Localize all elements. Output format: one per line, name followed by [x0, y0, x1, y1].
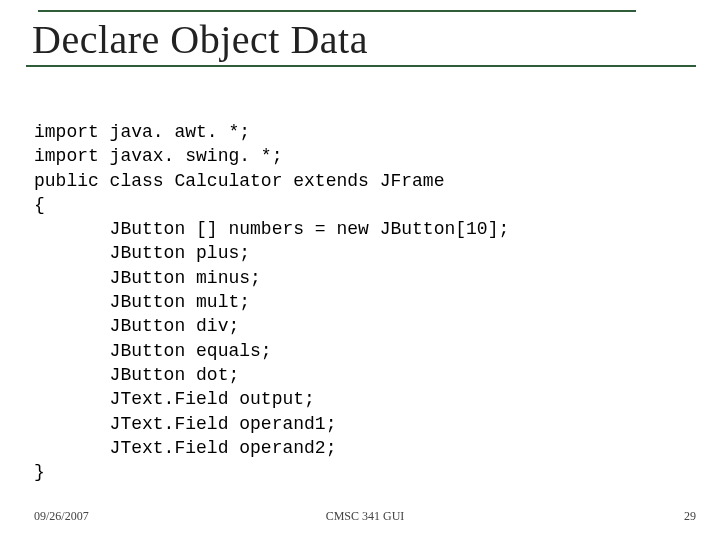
code-line: JText.Field operand2;: [34, 438, 336, 458]
code-block: import java. awt. *; import javax. swing…: [34, 120, 690, 484]
code-line: JText.Field output;: [34, 389, 315, 409]
code-line: }: [34, 462, 45, 482]
code-line: JButton plus;: [34, 243, 250, 263]
code-line: JButton equals;: [34, 341, 272, 361]
code-line: JButton [] numbers = new JButton[10];: [34, 219, 509, 239]
footer-date: 09/26/2007: [34, 509, 89, 524]
title-rule-top: [38, 10, 636, 12]
code-line: import java. awt. *;: [34, 122, 250, 142]
code-line: JButton div;: [34, 316, 239, 336]
code-line: JButton minus;: [34, 268, 261, 288]
code-line: public class Calculator extends JFrame: [34, 171, 444, 191]
slide: Declare Object Data import java. awt. *;…: [0, 0, 720, 540]
title-rule-bottom: [26, 65, 696, 67]
title-region: Declare Object Data: [32, 10, 696, 67]
footer: 09/26/2007 CMSC 341 GUI 29: [34, 509, 696, 524]
footer-course: CMSC 341 GUI: [34, 509, 696, 524]
code-line: JButton dot;: [34, 365, 239, 385]
slide-title: Declare Object Data: [32, 16, 696, 63]
code-line: {: [34, 195, 45, 215]
code-line: JButton mult;: [34, 292, 250, 312]
footer-page: 29: [684, 509, 696, 524]
code-line: import javax. swing. *;: [34, 146, 282, 166]
code-line: JText.Field operand1;: [34, 414, 336, 434]
